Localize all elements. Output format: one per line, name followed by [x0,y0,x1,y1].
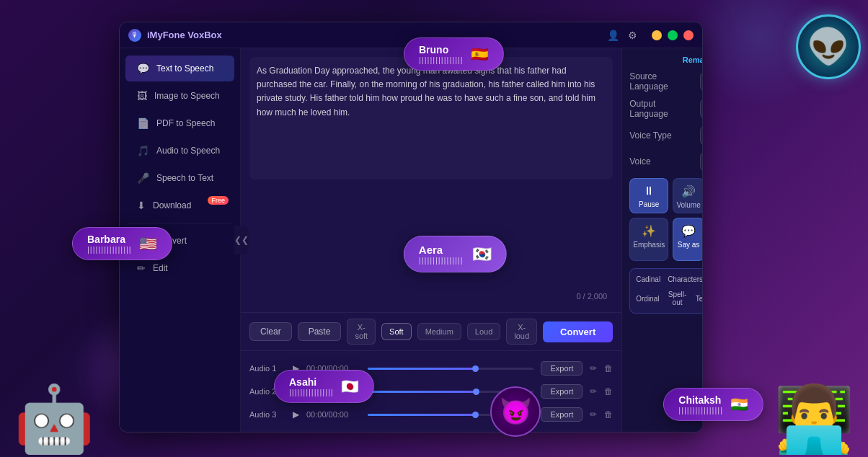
char-count: 0 / 2,000 [576,292,607,301]
text-input[interactable]: As Graduation Day approached, the young … [249,57,613,179]
window-controls [652,30,694,40]
speed-loud[interactable]: Loud [467,323,500,340]
sidebar-item-download[interactable]: ⬇ Download Free [125,192,234,218]
speed-medium[interactable]: Medium [417,323,461,340]
audio-2-edit-icon[interactable]: ✏ [590,386,597,396]
output-language-select[interactable]: English [700,99,703,118]
bubble-chitaksh-waves: |||||||||||||||| [678,406,723,414]
bubble-barbara-flag: 🇺🇸 [139,235,157,252]
say-as-cadinal[interactable]: Cadinal [633,272,663,287]
paste-button[interactable]: Paste [298,322,342,341]
sidebar-collapse-arrow[interactable]: ❮❮ [234,226,249,254]
text-area-section: As Graduation Day approached, the young … [241,48,621,312]
app-window: 🎙 iMyFone VoxBox 👤 ⚙ 💬 Text to Speech 🖼 … [119,22,703,432]
toolbar-volume[interactable]: 🔊 Volume [673,178,703,213]
toolbar-say-as[interactable]: 💬 Say as [673,218,703,261]
sidebar-item-label-tts: Text to Speech [156,63,213,74]
speed-x-loud[interactable]: X-loud [506,319,537,345]
audio-1-label: Audio 1 [249,364,285,373]
voice-type-select-wrap: English [700,126,703,145]
source-language-select-wrap: English [700,72,703,91]
close-button[interactable] [683,30,694,40]
audio-3-export[interactable]: Export [541,407,583,422]
sidebar-item-image-to-speech[interactable]: 🖼 Image to Speech [125,83,234,109]
bubble-bruno[interactable]: Bruno |||||||||||||||| 🇪🇸 [404,37,504,71]
audio-3-delete-icon[interactable]: 🗑 [604,409,613,420]
emphasis-icon: ✨ [642,224,656,238]
audio-1-delete-icon[interactable]: 🗑 [604,363,613,373]
speed-soft[interactable]: Soft [381,323,412,340]
sidebar-item-text-to-speech[interactable]: 💬 Text to Speech [125,56,234,81]
app-body: 💬 Text to Speech 🖼 Image to Speech 📄 PDF… [120,48,702,432]
title-icons: 👤 ⚙ [607,30,637,41]
say-as-dropdown: Cadinal Characters Currency Date Expleti… [629,268,703,314]
bubble-bruno-flag: 🇪🇸 [471,45,489,63]
output-language-label: Output Language [629,99,694,119]
source-language-select[interactable]: English [700,72,703,91]
sidebar-item-pdf-to-speech[interactable]: 📄 PDF to Speech [125,110,234,136]
sidebar-item-label-edit: Edit [153,263,168,273]
voice-row: Voice English [629,152,703,171]
user-icon[interactable]: 👤 [607,30,619,41]
audio-3-label: Audio 3 [249,410,285,419]
say-as-label: Say as [678,241,700,249]
audio-2-export[interactable]: Export [541,384,583,399]
app-icon: 🎙 [128,29,141,42]
say-as-spell-out[interactable]: Spell-out [663,287,691,310]
devil-icon: 😈 [490,386,541,437]
audio-3-play[interactable]: ▶ [293,409,299,420]
voice-type-label: Voice Type [629,130,694,141]
volume-label: Volume [676,201,700,209]
bubble-asahi[interactable]: Asahi |||||||||||||||| 🇯🇵 [274,370,374,403]
say-as-telephone[interactable]: Telephone [693,287,703,310]
bubble-bruno-waves: |||||||||||||||| [419,56,464,64]
bubble-asahi-name: Asahi [289,376,316,388]
audio-1-edit-icon[interactable]: ✏ [590,363,597,373]
source-language-row: Source Language English [629,71,703,92]
audio-2-delete-icon[interactable]: 🗑 [604,386,613,396]
say-as-characters[interactable]: Characters [665,272,703,287]
voice-card-flag: 🇰🇷 [472,245,492,264]
say-as-row-1: Cadinal Characters Currency Date Expleti… [630,272,703,287]
sidebar-divider [128,223,231,223]
toolbar-pause[interactable]: ⏸ Pause [629,178,668,213]
robot-avatar: 🤖 [7,327,101,457]
output-language-row: Output Language English [629,99,703,119]
clear-button[interactable]: Clear [249,322,292,341]
table-row: Audio 3 ▶ 00:00/00:00 Export ✏ 🗑 [249,403,613,426]
bubble-chitaksh[interactable]: Chitaksh |||||||||||||||| 🇮🇳 [663,388,763,421]
bubble-chitaksh-name: Chitaksh [678,394,721,406]
pdf-to-speech-icon: 📄 [137,117,149,129]
edit-icon: ✏ [137,262,146,274]
settings-icon[interactable]: ⚙ [628,30,637,41]
convert-button[interactable]: Convert [543,321,613,342]
audio-1-export[interactable]: Export [541,361,583,376]
sidebar-item-label-its: Image to Speech [154,91,220,101]
maximize-button[interactable] [668,30,678,40]
sidebar-item-label-ats: Audio to Speech [156,146,220,156]
output-language-select-wrap: English [700,99,703,118]
bubble-barbara[interactable]: Barbara |||||||||||||||| 🇺🇸 [72,227,172,260]
audio-3-edit-icon[interactable]: ✏ [590,409,597,420]
free-badge: Free [208,196,229,205]
sidebar-item-audio-to-speech[interactable]: 🎵 Audio to Speech [125,138,234,164]
minimize-button[interactable] [652,30,662,40]
bubble-bruno-name: Bruno [419,44,448,56]
say-as-ordinal[interactable]: Ordinal [633,287,662,310]
toolbar-emphasis[interactable]: ✨ Emphasis [629,218,668,261]
sidebar-item-speech-to-text[interactable]: 🎤 Speech to Text [125,165,234,191]
audio-1-progress[interactable] [368,368,533,370]
voice-card-name: Aera [419,244,464,256]
speed-x-soft[interactable]: X-soft [347,319,376,345]
voice-label: Voice [629,156,694,167]
sidebar-item-label-dl: Download [153,200,191,210]
voice-select[interactable]: English [700,152,703,171]
toolbar-grid: ⏸ Pause 🔊 Volume 📊 Pitch ⚡ Speed ✨ E [629,178,703,261]
bubble-chitaksh-flag: 🇮🇳 [730,396,748,413]
voice-type-select[interactable]: English [700,126,703,145]
emphasis-label: Emphasis [633,241,665,249]
pause-label: Pause [639,200,659,208]
remaining-label: Remaining character(s): [683,56,703,64]
voice-card-aera[interactable]: Aera |||||||||||||||| 🇰🇷 [404,236,507,272]
person-avatar: 👨‍💻 [767,327,861,457]
